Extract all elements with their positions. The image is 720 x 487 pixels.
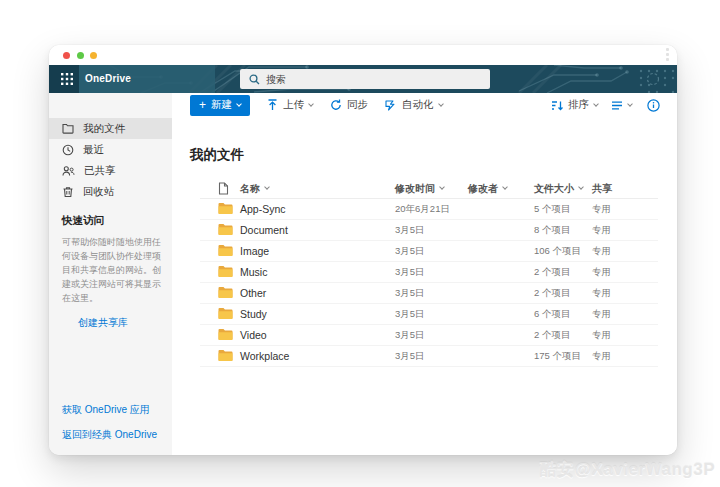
get-onedrive-apps-link[interactable]: 获取 OneDrive 应用 [62,403,164,417]
sharing-status[interactable]: 专用 [592,203,658,216]
chevron-down-icon [308,101,314,107]
sharing-status[interactable]: 专用 [592,245,658,258]
chevron-down-icon [438,101,444,107]
file-name[interactable]: Image [240,245,395,257]
table-row[interactable]: Study 3月5日 6 个项目 专用 [200,304,658,325]
sharing-status[interactable]: 专用 [592,224,658,237]
table-row[interactable]: Document 3月5日 8 个项目 专用 [200,220,658,241]
command-bar: + 新建 上传 同步 [172,93,677,117]
create-shared-library-link[interactable]: 创建共享库 [78,316,128,330]
modified-date: 3月5日 [395,287,468,300]
chevron-down-icon [593,101,599,107]
size-column-header[interactable]: 文件大小 [534,182,592,196]
sharing-status[interactable]: 专用 [592,308,658,321]
sync-button-label: 同步 [347,98,368,112]
name-column-header[interactable]: 名称 [240,182,395,196]
sharing-status[interactable]: 专用 [592,350,658,363]
table-row[interactable]: App-Sync 20年6月21日 5 个项目 专用 [200,199,658,220]
browser-window: OneDrive 我的文件 最近 [49,45,677,455]
minimize-window-button[interactable] [90,52,97,59]
modified-date: 3月5日 [395,350,468,363]
row-icon-cell [200,263,240,281]
search-input[interactable] [266,74,466,85]
window-grip-dots [666,48,669,61]
modified-by-column-header[interactable]: 修改者 [468,182,534,196]
app-title[interactable]: OneDrive [85,73,131,84]
view-options-button[interactable] [611,101,632,110]
app-header: OneDrive [49,65,677,93]
sharing-column-header[interactable]: 共享 [592,182,658,196]
automate-button[interactable]: 自动化 [385,98,443,112]
folder-icon [218,244,233,256]
table-row[interactable]: Workplace 3月5日 175 个项目 专用 [200,346,658,367]
info-button[interactable] [647,99,660,112]
file-name[interactable]: Other [240,287,395,299]
automate-icon [385,99,397,111]
upload-button[interactable]: 上传 [267,98,313,112]
page-title: 我的文件 [190,146,677,164]
chevron-down-icon [236,101,242,107]
sidebar-item-recycle-bin[interactable]: 回收站 [49,181,172,202]
item-count: 175 个项目 [534,350,592,363]
item-count: 2 个项目 [534,266,592,279]
sort-button[interactable]: 排序 [551,98,598,112]
sidebar-item-label: 我的文件 [83,122,125,136]
quick-access-description: 可帮助你随时随地使用任何设备与团队协作处理项目和共享信息的网站。创建或关注网站可… [62,236,162,306]
quick-access-title: 快速访问 [62,214,162,228]
search-box[interactable] [240,69,490,89]
table-row[interactable]: Video 3月5日 2 个项目 专用 [200,325,658,346]
upload-button-label: 上传 [283,98,304,112]
sidebar-item-shared[interactable]: 已共享 [49,160,172,181]
sidebar-item-label: 已共享 [84,164,116,178]
sharing-status[interactable]: 专用 [592,266,658,279]
sidebar-footer: 获取 OneDrive 应用 返回到经典 OneDrive [49,392,172,455]
sync-icon [330,99,342,111]
item-count: 2 个项目 [534,287,592,300]
row-icon-cell [200,347,240,365]
sidebar-item-my-files[interactable]: 我的文件 [49,118,172,139]
file-type-column-header[interactable] [200,182,240,195]
watermark: 酷安@XavierWang3P [539,458,715,481]
file-name[interactable]: Video [240,329,395,341]
item-count: 2 个项目 [534,329,592,342]
chevron-down-icon [439,184,445,190]
modified-date: 3月5日 [395,224,468,237]
close-window-button[interactable] [63,52,70,59]
main-panel: + 新建 上传 同步 [172,93,677,455]
row-icon-cell [200,305,240,323]
document-icon [218,182,229,195]
modified-date: 3月5日 [395,308,468,321]
recycle-bin-icon [62,186,74,198]
sidebar-item-recent[interactable]: 最近 [49,139,172,160]
file-name[interactable]: Music [240,266,395,278]
app-launcher-icon[interactable] [61,73,73,85]
folder-icon [218,202,233,214]
chevron-down-icon [627,101,633,107]
sort-icon [551,100,563,111]
table-row[interactable]: Image 3月5日 106 个项目 专用 [200,241,658,262]
modified-date: 20年6月21日 [395,203,468,216]
zoom-window-button[interactable] [77,52,84,59]
folder-icon [218,349,233,361]
list-view-icon [611,101,623,110]
sync-button[interactable]: 同步 [330,98,368,112]
new-button[interactable]: + 新建 [190,95,250,116]
table-row[interactable]: Music 3月5日 2 个项目 专用 [200,262,658,283]
sharing-status[interactable]: 专用 [592,287,658,300]
file-name[interactable]: Study [240,308,395,320]
quick-access-section: 快速访问 可帮助你随时随地使用任何设备与团队协作处理项目和共享信息的网站。创建或… [49,214,172,330]
file-list: App-Sync 20年6月21日 5 个项目 专用 [200,199,658,367]
file-name[interactable]: Workplace [240,350,395,362]
automate-button-label: 自动化 [402,98,434,112]
upload-icon [267,99,278,111]
sort-button-label: 排序 [568,98,589,112]
file-name[interactable]: App-Sync [240,203,395,215]
modified-column-header[interactable]: 修改时间 [395,182,468,196]
return-to-classic-link[interactable]: 返回到经典 OneDrive [62,428,164,442]
file-name[interactable]: Document [240,224,395,236]
modified-date: 3月5日 [395,329,468,342]
table-row[interactable]: Other 3月5日 2 个项目 专用 [200,283,658,304]
row-icon-cell [200,284,240,302]
search-icon [249,74,260,85]
sharing-status[interactable]: 专用 [592,329,658,342]
